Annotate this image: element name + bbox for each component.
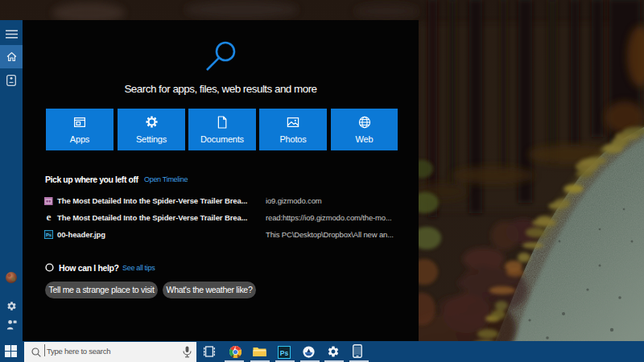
svg-text:Ps: Ps [46,232,52,237]
svg-text:Ps: Ps [280,349,289,357]
